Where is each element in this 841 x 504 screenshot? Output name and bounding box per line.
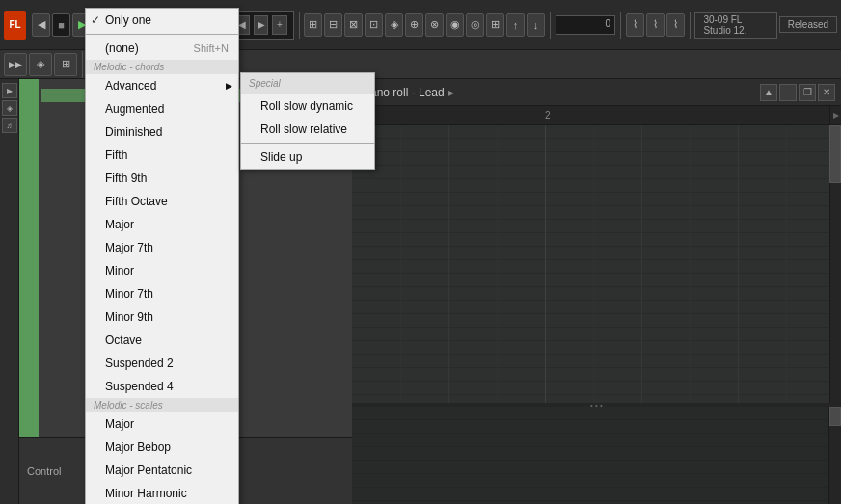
velocity-area [352, 407, 829, 504]
velocity-separator [828, 407, 829, 504]
submenu-special-header: Special [241, 73, 374, 94]
fl-status-info: Released [779, 16, 837, 33]
toolbar-wave2[interactable]: ⌇ [646, 13, 665, 37]
sep7 [82, 51, 83, 78]
menu-item-augmented[interactable]: Augmented [86, 97, 238, 120]
menu-item-augmented-label: Augmented [105, 102, 164, 116]
menu-item-minor-harmonic-label: Minor Harmonic [105, 487, 187, 500]
tb2-btn3[interactable]: ⊞ [54, 53, 77, 76]
sep3 [299, 12, 300, 39]
tb2-btn1[interactable]: ▶▶ [4, 53, 27, 76]
chord-submenu: Special Roll slow dynamic Roll slow rela… [240, 72, 375, 170]
menu-item-suspended4-label: Suspended 4 [105, 380, 174, 393]
menu-item-minor7th-label: Minor 7th [105, 287, 153, 301]
piano-roll-ruler: 2 ▶ [352, 106, 841, 125]
toolbar-icon9[interactable]: ◎ [466, 13, 484, 37]
sep4 [550, 12, 551, 39]
menu-item-major[interactable]: Major [86, 213, 238, 236]
sep6 [690, 12, 691, 39]
menu-item-major-pentatonic[interactable]: Major Pentatonic [86, 459, 238, 482]
menu-item-fifth-octave[interactable]: Fifth Octave [86, 190, 238, 213]
toolbar-icon8[interactable]: ◉ [446, 13, 464, 37]
submenu-item-roll-slow-dynamic-label: Roll slow dynamic [260, 99, 353, 113]
menu-item-diminished-label: Diminished [105, 125, 162, 139]
menu-item-only-one-label: Only one [105, 13, 151, 27]
bottom-scrollbar[interactable] [829, 407, 841, 504]
piano-roll-nav-right[interactable]: ▸ [448, 86, 454, 99]
toolbar-wave3[interactable]: ⌇ [666, 13, 685, 37]
toolbar-btn-prev[interactable]: ◀ [32, 13, 50, 37]
menu-item-major7th-label: Major 7th [105, 241, 153, 254]
menu-item-minor9th-label: Minor 9th [105, 310, 153, 324]
menu-item-none-label: (none) [105, 40, 139, 57]
menu-item-major-bebop-label: Major Bebop [105, 440, 171, 454]
sidebar-btn1[interactable]: ▶ [2, 83, 17, 98]
menu-item-scale-major-label: Major [105, 417, 134, 431]
menu-item-major-label: Major [105, 218, 134, 231]
bottom-scroll-thumb[interactable] [829, 407, 841, 426]
piano-roll-scroll-up[interactable]: ▲ [760, 84, 777, 101]
menu-item-none[interactable]: (none) Shift+N [86, 37, 238, 60]
submenu-sep [241, 143, 374, 144]
scrollbar-thumb-v[interactable] [829, 125, 841, 183]
fl-version-info: 30-09 FL Studio 12. [694, 12, 776, 39]
toolbar-icon3[interactable]: ⊠ [344, 13, 363, 37]
toolbar-btn-stop[interactable]: ■ [52, 13, 70, 37]
chord-context-menu: Only one (none) Shift+N Melodic - chords… [85, 8, 239, 504]
menu-item-only-one[interactable]: Only one [86, 9, 238, 32]
menu-item-fifth[interactable]: Fifth [86, 144, 238, 167]
menu-item-major-bebop[interactable]: Major Bebop [86, 436, 238, 459]
menu-item-minor[interactable]: Minor [86, 259, 238, 282]
menu-item-minor-harmonic[interactable]: Minor Harmonic [86, 482, 238, 504]
menu-item-advanced-label: Advanced [105, 79, 156, 93]
sidebar-btn2[interactable]: ◈ [2, 100, 17, 116]
menu-item-fifth9th-label: Fifth 9th [105, 172, 147, 185]
menu-item-minor7th[interactable]: Minor 7th [86, 282, 238, 305]
submenu-item-slide-up[interactable]: Slide up [241, 146, 374, 169]
volume-value: 0 [605, 18, 610, 29]
submenu-item-roll-slow-relative[interactable]: Roll slow relative [241, 118, 374, 141]
menu-item-scale-major[interactable]: Major [86, 412, 238, 436]
toolbar-icon5[interactable]: ◈ [385, 13, 403, 37]
toolbar-icon4[interactable]: ⊡ [365, 13, 383, 37]
menu-item-advanced[interactable]: Advanced Special Roll slow dynamic Roll … [86, 74, 238, 97]
menu-section-melodic-scales: Melodic - scales [86, 398, 238, 412]
toolbar-icon2[interactable]: ⊟ [324, 13, 342, 37]
piano-roll-bottom-section: • • • [352, 403, 841, 504]
control-text: Control [27, 465, 61, 477]
piano-roll-minimize[interactable]: – [779, 84, 797, 101]
pattern-add[interactable]: + [272, 15, 286, 35]
toolbar-icon12[interactable]: ↓ [527, 13, 545, 37]
menu-item-major7th[interactable]: Major 7th [86, 236, 238, 259]
toolbar-icon6[interactable]: ⊕ [405, 13, 423, 37]
submenu-item-roll-slow-dynamic[interactable]: Roll slow dynamic [241, 94, 374, 118]
green-indicator [19, 79, 39, 437]
toolbar-icon1[interactable]: ⊞ [304, 13, 322, 37]
piano-roll-close[interactable]: ✕ [818, 84, 835, 101]
menu-item-minor-label: Minor [105, 264, 134, 278]
menu-item-diminished[interactable]: Diminished [86, 120, 238, 144]
sidebar-btn3[interactable]: ♬ [2, 118, 17, 133]
menu-item-major-pentatonic-label: Major Pentatonic [105, 464, 192, 477]
pattern-next[interactable]: ▶ [254, 15, 268, 35]
toolbar-icon11[interactable]: ↑ [506, 13, 525, 37]
menu-section-melodic-chords: Melodic - chords [86, 60, 238, 74]
left-sidebar: ▶ ◈ ♬ [0, 79, 19, 504]
menu-item-fifth9th[interactable]: Fifth 9th [86, 167, 238, 190]
toolbar-wave1[interactable]: ⌇ [626, 13, 644, 37]
piano-roll-restore[interactable]: ❐ [799, 84, 816, 101]
toolbar-icon10[interactable]: ⊞ [486, 13, 504, 37]
menu-item-minor9th[interactable]: Minor 9th [86, 305, 238, 329]
menu-item-octave[interactable]: Octave [86, 329, 238, 352]
ruler-scroll-right[interactable]: ▶ [829, 106, 841, 124]
volume-slider[interactable]: 0 [556, 15, 615, 35]
toolbar-icon7[interactable]: ⊗ [425, 13, 444, 37]
piano-roll-controls: ▲ – ❐ ✕ [760, 84, 835, 101]
tb2-btn2[interactable]: ◈ [29, 53, 52, 76]
menu-item-none-shortcut: Shift+N [194, 40, 229, 57]
menu-item-suspended2[interactable]: Suspended 2 [86, 352, 238, 375]
fl-logo[interactable]: FL [4, 11, 26, 40]
sep5 [620, 12, 621, 39]
menu-item-suspended4[interactable]: Suspended 4 [86, 375, 238, 398]
menu-item-fifth-label: Fifth [105, 148, 127, 162]
